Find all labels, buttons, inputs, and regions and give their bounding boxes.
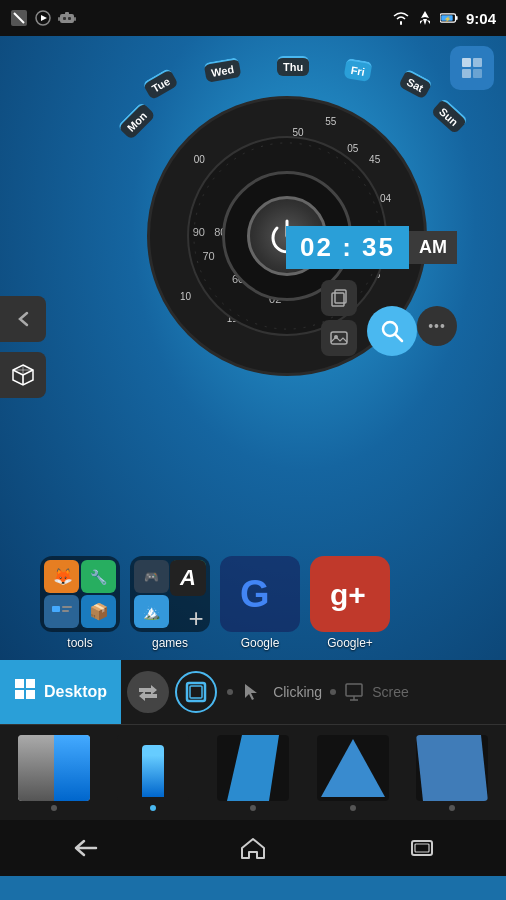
thumb-1[interactable] [18,735,90,811]
svg-rect-36 [26,679,35,688]
day-thu[interactable]: Thu [277,56,309,76]
num-55: 55 [325,115,336,126]
svg-rect-7 [65,12,69,15]
svg-rect-14 [462,58,471,67]
taskbar-desktop[interactable]: Desktop [0,660,121,724]
svg-rect-11 [456,16,458,20]
day-sat[interactable]: Sat [398,68,433,99]
svg-rect-21 [332,293,344,306]
cursor-icon [241,680,265,704]
clock-container: Mon Tue Wed Thu Fri Sat Sun 50 55 05 45 … [117,56,457,436]
box3d-button[interactable] [0,352,46,398]
googleplus-folder[interactable]: g+ Google+ [310,556,390,650]
status-icons-left [10,9,76,27]
thumbnail-strip [0,724,506,820]
games-label: games [152,636,188,650]
thumb-4[interactable] [317,735,389,811]
games-folder[interactable]: 🎮 EA 🏔️ A [130,556,210,650]
google-label: Google [241,636,280,650]
robot-icon [58,9,76,27]
svg-rect-29 [62,606,72,608]
back-button[interactable] [0,296,46,342]
taskbar: Desktop Clicking Scree [0,660,506,724]
time-value: 02 : 35 [286,226,409,269]
svg-text:g+: g+ [330,578,366,611]
svg-rect-5 [63,17,66,20]
more-button[interactable]: ••• [417,306,457,346]
wifi-icon [392,9,410,27]
time-display: 02 : 35 AM [286,226,457,269]
blueprint-icon[interactable] [450,46,494,90]
thumb-preview-4 [317,735,389,801]
day-fri[interactable]: Fri [343,58,372,82]
clicking-label: Clicking [273,684,322,700]
tools-folder[interactable]: 🦊 🔧 📦 tools [40,556,120,650]
svg-rect-28 [52,606,60,612]
googleplus-label: Google+ [327,636,373,650]
app-icon-4: 📦 [81,595,116,628]
thumb-dot-2 [150,805,156,811]
windows-icon [14,678,36,706]
recents-nav-button[interactable] [392,828,452,868]
copy-button[interactable] [321,280,357,316]
svg-rect-41 [346,684,362,696]
screen-icon [344,682,364,702]
svg-rect-38 [26,690,35,699]
svg-marker-44 [227,735,279,801]
thumb-dot-4 [350,805,356,811]
nav-bar [0,820,506,876]
day-wed[interactable]: Wed [204,57,242,83]
svg-marker-3 [41,15,47,21]
day-sun[interactable]: Sun [431,98,469,135]
svg-marker-45 [321,739,385,797]
status-icons-right: ⚡ 9:04 [392,9,496,27]
search-button[interactable] [367,306,417,356]
svg-rect-17 [473,69,482,78]
svg-text:🦊: 🦊 [53,567,73,586]
game-icon-1: 🎮 [134,560,169,593]
svg-rect-9 [74,17,76,21]
battery-icon: ⚡ [440,9,458,27]
svg-marker-46 [416,735,488,801]
thumb-preview-3 [217,735,289,801]
svg-rect-48 [415,844,429,852]
status-time: 9:04 [466,10,496,27]
thumb-preview-1 [18,735,90,801]
thumb-5[interactable] [416,735,488,811]
thumb-dot-3 [250,805,256,811]
taskbar-right-labels: Clicking Scree [227,680,409,704]
thumb-dot-5 [449,805,455,811]
home-nav-button[interactable] [223,828,283,868]
svg-rect-8 [58,17,60,21]
svg-line-20 [395,334,402,341]
dot-1 [227,689,233,695]
play-icon [34,9,52,27]
back-nav-button[interactable] [54,828,114,868]
plus-overlay[interactable]: + [182,604,210,632]
thumb-3[interactable] [217,735,289,811]
airplane-icon [416,9,434,27]
app-icon-1: 🦊 [44,560,79,593]
googleplus-icon: g+ [310,556,390,632]
thumb-preview-5 [416,735,488,801]
svg-rect-4 [60,14,74,23]
screen-select-button[interactable] [175,671,217,713]
shuffle-button[interactable] [127,671,169,713]
image-button[interactable] [321,320,357,356]
svg-text:G: G [240,573,270,615]
main-content: Mon Tue Wed Thu Fri Sat Sun 50 55 05 45 … [0,36,506,660]
svg-rect-30 [62,610,69,612]
google-folder[interactable]: G Google [220,556,300,650]
thumb-2[interactable] [117,735,189,811]
thumb-preview-2 [117,735,189,801]
google-icon: G [220,556,300,632]
screen-label: Scree [372,684,409,700]
dot-2 [330,689,336,695]
status-bar: ⚡ 9:04 [0,0,506,36]
svg-rect-37 [15,690,24,699]
desktop-label: Desktop [44,683,107,701]
svg-rect-15 [473,58,482,67]
svg-text:⚡: ⚡ [444,15,452,23]
tools-folder-grid: 🦊 🔧 📦 [40,556,120,632]
game-icon-3: 🏔️ [134,595,169,628]
